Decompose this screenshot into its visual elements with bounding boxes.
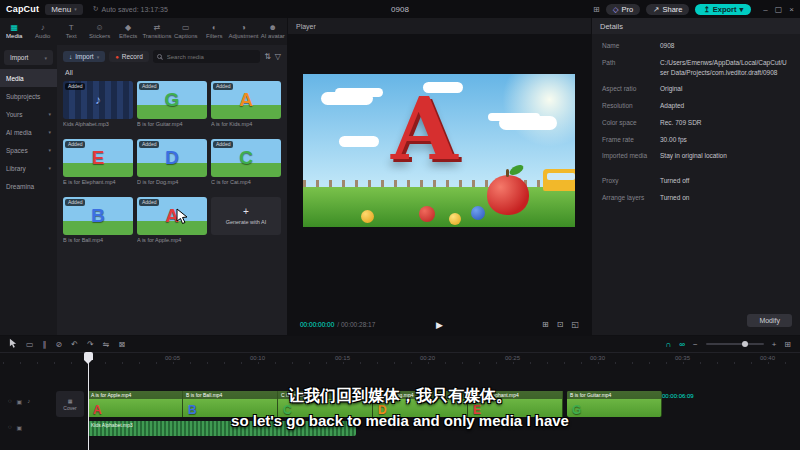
layout-icon[interactable]: ⊞ [593, 5, 600, 14]
fullscreen-icon[interactable]: ◱ [571, 320, 579, 329]
tab-text[interactable]: TText [57, 24, 85, 39]
redo-icon[interactable]: ↷ [87, 340, 94, 349]
timeline-zoom-slider[interactable] [706, 343, 764, 345]
autosave-status: ↻ Auto saved: 13:17:35 [93, 5, 168, 13]
delete-icon[interactable]: ⊘ [56, 340, 63, 349]
close-icon[interactable]: × [789, 5, 794, 14]
search-input[interactable] [165, 53, 256, 61]
sidebar-item-library[interactable]: Library▾ [0, 159, 57, 177]
media-item-kids[interactable]: Added A A is for Kids.mp4 [211, 81, 281, 134]
tab-adjustment[interactable]: ◑Adjustment [229, 24, 259, 39]
menu-button[interactable]: Menu ▾ [45, 4, 83, 15]
tab-captions[interactable]: ▭Captions [172, 24, 200, 39]
link-icon[interactable]: ∞ [679, 340, 685, 349]
tab-label: AI avatar [261, 33, 285, 39]
tab-ai-avatar[interactable]: ☻AI avatar [259, 24, 287, 39]
media-item-kids-alphabet[interactable]: Added ♪ Kids Alphabet.mp3 [63, 81, 133, 134]
generate-with-ai-tile[interactable]: + Generate with AI [211, 197, 281, 250]
tab-audio[interactable]: ♪Audio [28, 24, 56, 39]
tab-stickers[interactable]: ☺Stickers [85, 24, 113, 39]
added-badge: Added [65, 141, 85, 148]
media-search[interactable] [153, 50, 260, 63]
grass-graphic [303, 187, 575, 227]
undo-icon[interactable]: ↶ [71, 340, 78, 349]
zoom-out-icon[interactable]: − [693, 340, 698, 349]
timeline-toolbar-right: ∩ ∞ − + ⊞ [666, 340, 792, 349]
media-item-guitar[interactable]: Added G B is for Guitar.mp4 [137, 81, 207, 134]
share-button[interactable]: ↗ Share [646, 4, 689, 15]
media-filename: B is for Guitar.mp4 [137, 121, 207, 134]
sidebar-item-yours[interactable]: Yours▾ [0, 105, 57, 123]
capcut-logo: CapCut [6, 4, 39, 14]
media-filename: B is for Ball.mp4 [63, 237, 133, 250]
import-button[interactable]: ↓ Import ▾ [63, 51, 105, 62]
media-sidebar: Import▾ Media Subprojects Yours▾ AI medi… [0, 45, 57, 335]
tab-media[interactable]: ▦Media [0, 24, 28, 39]
media-item-ball[interactable]: Added B B is for Ball.mp4 [63, 197, 133, 250]
sort-icon[interactable]: ⇅ [264, 52, 271, 61]
tab-transitions[interactable]: ⇄Transitions [142, 24, 171, 39]
pro-badge[interactable]: ◇ Pro [606, 4, 640, 15]
timeline-ruler[interactable]: 00:05 00:10 00:15 00:20 00:25 00:30 00:3… [0, 352, 800, 364]
minimize-icon[interactable]: – [763, 5, 767, 14]
sidebar-item-media[interactable]: Media [0, 69, 57, 87]
media-thumbnail: Added G [137, 81, 207, 119]
section-all-label[interactable]: All [57, 65, 287, 77]
media-filename: Kids Alphabet.mp3 [63, 121, 133, 134]
sidebar-label: AI media [6, 129, 32, 136]
export-button[interactable]: ↥ Export ▾ [695, 4, 751, 15]
select-box-icon[interactable]: ▭ [26, 340, 34, 349]
effects-icon: ◆ [125, 24, 131, 32]
crop-icon[interactable]: ⊠ [118, 340, 125, 349]
ratio-icon[interactable]: ⊞ [542, 320, 549, 329]
tab-label: Captions [174, 33, 198, 39]
media-item-apple[interactable]: Added A A is for Apple.mp4 [137, 197, 207, 250]
sidebar-item-spaces[interactable]: Spaces▾ [0, 141, 57, 159]
text-icon: T [69, 24, 74, 32]
fit-timeline-icon[interactable]: ⊞ [784, 340, 791, 349]
detail-row-proxy: ProxyTurned off [602, 176, 790, 186]
split-icon[interactable]: ∥ [43, 340, 47, 349]
detail-value: Stay in original location [660, 151, 727, 161]
zoom-in-icon[interactable]: + [772, 340, 777, 349]
sidebar-item-ai-media[interactable]: AI media▾ [0, 123, 57, 141]
media-item-dog[interactable]: Added D D is for Dog.mp4 [137, 139, 207, 192]
pro-diamond-icon: ◇ [613, 5, 619, 14]
mirror-icon[interactable]: ⇋ [103, 340, 110, 349]
media-item-cat[interactable]: Added C C is for Cat.mp4 [211, 139, 281, 192]
magnet-icon[interactable]: ∩ [666, 340, 672, 349]
media-item-elephant[interactable]: Added E E is for Elephant.mp4 [63, 139, 133, 192]
media-thumbnail: Added E [63, 139, 133, 177]
ai-avatar-icon: ☻ [269, 24, 277, 32]
detail-label: Aspect ratio [602, 84, 660, 94]
ruler-label: 00:15 [335, 355, 350, 361]
export-label: Export [713, 5, 737, 14]
tab-effects[interactable]: ◆Effects [114, 24, 142, 39]
play-button[interactable]: ▶ [436, 320, 443, 330]
sidebar-item-import[interactable]: Import▾ [4, 50, 53, 65]
apple-graphic [487, 175, 529, 215]
filter-icon[interactable]: ▽ [275, 52, 281, 61]
video-preview[interactable]: A [303, 74, 575, 227]
window-controls: – ▢ × [763, 5, 794, 14]
playhead-handle[interactable] [84, 352, 93, 360]
media-filename: D is for Dog.mp4 [137, 179, 207, 192]
detail-value: Rec. 709 SDR [660, 118, 702, 128]
media-thumbnail: Added A [137, 197, 207, 235]
record-button[interactable]: ● Record [109, 51, 149, 62]
snapshot-icon[interactable]: ⊡ [557, 320, 564, 329]
zoom-slider-handle[interactable] [742, 341, 748, 347]
sidebar-item-subprojects[interactable]: Subprojects [0, 87, 57, 105]
sidebar-item-dreamina[interactable]: Dreamina [0, 177, 57, 195]
tab-filters[interactable]: ◐Filters [200, 24, 228, 39]
select-tool-icon[interactable] [9, 338, 17, 350]
sidebar-label: Yours [6, 111, 22, 118]
stickers-icon: ☺ [96, 24, 104, 32]
record-label: Record [122, 53, 143, 60]
modify-button[interactable]: Modify [747, 314, 792, 327]
player-header: Player [288, 18, 591, 34]
detail-value: Adapted [660, 101, 684, 111]
preview-letter-a: A [391, 86, 458, 172]
maximize-icon[interactable]: ▢ [775, 5, 783, 14]
ruler-label: 00:20 [420, 355, 435, 361]
